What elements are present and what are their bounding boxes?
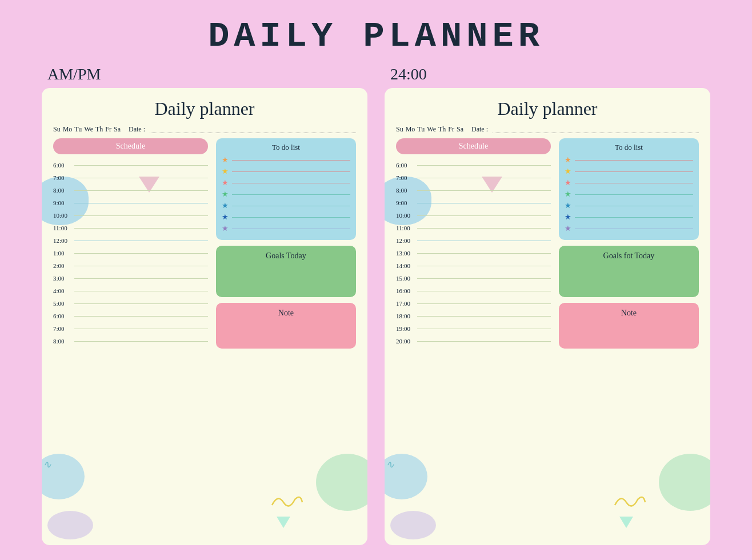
todo-line <box>232 217 350 218</box>
blob-lavender <box>47 511 93 539</box>
note-box: Note <box>559 303 699 349</box>
date-label: Date : <box>129 125 145 134</box>
time-row: 17:00 <box>396 297 551 310</box>
time-row: 8:00 <box>396 184 551 197</box>
time-row: 20:00 <box>396 335 551 347</box>
day-label: Tu <box>417 125 425 134</box>
days-date-row: SuMoTuWeThFrSaDate : <box>396 125 699 134</box>
time-label: 6:00 <box>396 162 415 169</box>
date-line <box>493 126 699 133</box>
time-row: 11:00 <box>53 222 208 234</box>
time-row: 18:00 <box>396 310 551 322</box>
todo-item: ★ <box>565 178 693 187</box>
time-label: 4:00 <box>53 287 73 294</box>
time-row: 1:00 <box>53 247 208 259</box>
planner-col-ampm: AM/PM••••••∿Daily plannerSuMoTuWeThFrSaD… <box>42 65 367 545</box>
time-row: 15:00 <box>396 272 551 285</box>
days-date-row: SuMoTuWeThFrSaDate : <box>53 125 356 134</box>
time-line <box>417 190 551 191</box>
time-line <box>417 291 551 291</box>
star-icon: ★ <box>222 213 229 222</box>
time-row: 2:00 <box>53 259 208 272</box>
planner-col-24hr: 24:00••••••∿Daily plannerSuMoTuWeThFrSaD… <box>385 65 710 545</box>
time-line <box>74 266 208 266</box>
time-label: 19:00 <box>396 325 415 332</box>
time-row: 8:00 <box>53 184 208 197</box>
day-label: We <box>84 125 93 134</box>
todo-item: ★ <box>222 155 350 165</box>
time-row: 7:00 <box>396 171 551 184</box>
schedule-col: Schedule6:007:008:009:0010:0011:0012:001… <box>396 138 551 349</box>
todo-line <box>575 171 693 172</box>
deco-triangle <box>277 517 290 528</box>
time-row: 4:00 <box>53 285 208 297</box>
day-label: Th <box>438 125 446 134</box>
time-line <box>417 329 551 329</box>
time-line <box>74 253 208 254</box>
deco-triangle <box>619 517 633 528</box>
deco-squiggle: ∿ <box>43 458 51 471</box>
star-icon: ★ <box>222 201 229 210</box>
time-line <box>74 278 208 279</box>
day-label: We <box>427 125 436 134</box>
todo-line <box>575 183 693 183</box>
time-label: 11:00 <box>53 225 73 231</box>
time-label: 10:00 <box>53 212 73 219</box>
right-col: To do list★★★★★★★Goals fot TodayNote <box>559 138 699 349</box>
time-line <box>74 228 208 229</box>
todo-item: ★ <box>222 178 350 187</box>
time-line <box>74 165 208 166</box>
schedule-header: Schedule <box>53 138 208 154</box>
time-line <box>74 329 208 329</box>
time-line <box>417 178 551 178</box>
todo-item: ★ <box>222 201 350 210</box>
time-row: 7:00 <box>53 322 208 335</box>
schedule-col: Schedule6:007:008:009:0010:0011:0012:001… <box>53 138 208 349</box>
todo-item: ★ <box>565 167 693 176</box>
time-label: 18:00 <box>396 313 415 319</box>
deco-squiggle: ∿ <box>386 458 394 471</box>
date-label: Date : <box>471 125 488 134</box>
todo-item: ★ <box>565 224 693 233</box>
day-label: Tu <box>74 125 82 134</box>
todo-line <box>575 206 693 206</box>
time-row: 14:00 <box>396 259 551 272</box>
star-icon: ★ <box>222 224 229 233</box>
time-label: 7:00 <box>396 174 415 181</box>
time-row: 5:00 <box>53 297 208 310</box>
star-icon: ★ <box>222 190 229 199</box>
time-line <box>417 253 551 254</box>
time-line <box>74 241 208 241</box>
day-label: Mo <box>63 125 73 134</box>
todo-line <box>232 206 350 206</box>
deco-yellow-wave <box>269 491 303 511</box>
time-line <box>74 303 208 304</box>
time-label: 20:00 <box>396 338 415 345</box>
todo-item: ★ <box>565 201 693 210</box>
time-line <box>417 215 551 216</box>
time-label: 3:00 <box>53 275 73 282</box>
goals-title: Goals Today <box>222 251 350 261</box>
todo-line <box>232 229 350 229</box>
goals-title: Goals fot Today <box>565 251 693 261</box>
time-label: 2:00 <box>53 262 73 269</box>
star-icon: ★ <box>565 190 571 199</box>
todo-title: To do list <box>565 143 693 152</box>
planner-card-ampm: ••••••∿Daily plannerSuMoTuWeThFrSaDate :… <box>42 88 367 545</box>
time-line <box>417 241 551 241</box>
day-label: Su <box>53 125 61 134</box>
day-label: Fr <box>448 125 454 134</box>
time-row: 19:00 <box>396 322 551 335</box>
time-line <box>417 266 551 266</box>
todo-box: To do list★★★★★★★ <box>216 138 356 240</box>
todo-title: To do list <box>222 143 350 152</box>
page-title: DAILY PLANNER <box>208 16 544 57</box>
time-line <box>417 303 551 304</box>
star-icon: ★ <box>222 155 229 165</box>
goals-box: Goals fot Today <box>559 246 699 297</box>
note-title: Note <box>222 309 350 318</box>
day-label: Th <box>95 125 103 134</box>
day-label: Sa <box>457 125 463 134</box>
time-line <box>417 228 551 229</box>
time-row: 9:00 <box>396 197 551 209</box>
